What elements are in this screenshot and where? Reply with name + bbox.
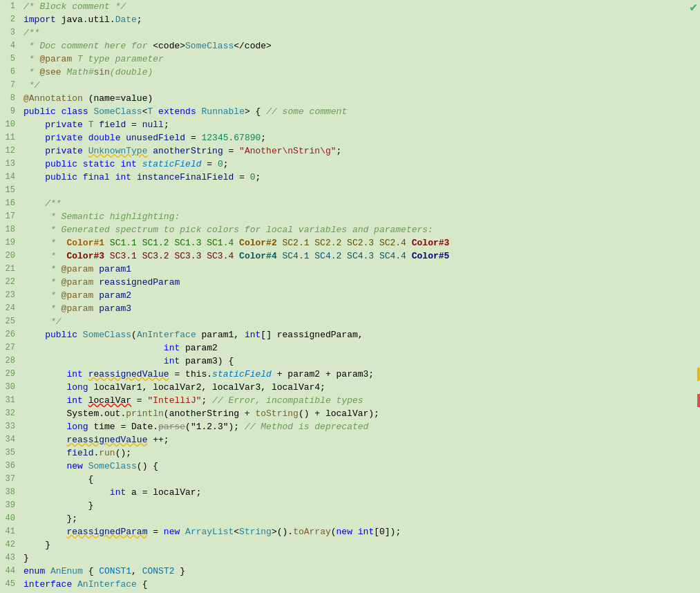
code-token: int xyxy=(164,343,180,353)
code-token: UnknownType xyxy=(88,146,148,156)
line-number: 27 xyxy=(0,341,21,355)
code-line: 1/* Block comment */ xyxy=(0,0,700,13)
line-number: 19 xyxy=(0,236,21,250)
code-token xyxy=(23,159,45,169)
code-token: extends xyxy=(158,106,196,117)
code-token: { xyxy=(137,579,148,590)
code-token: new xyxy=(164,527,180,537)
line-content: */ xyxy=(21,315,62,328)
line-number: 18 xyxy=(0,223,21,236)
code-line: 45interface AnInterface { xyxy=(0,578,700,591)
code-line: 32 System.out.println(anotherString + to… xyxy=(0,407,700,420)
code-token: (); xyxy=(115,448,131,458)
line-content: /** xyxy=(21,26,39,39)
code-token: @param xyxy=(62,264,94,274)
code-token: param3) { xyxy=(180,356,234,366)
code-token: reassignedParam xyxy=(99,277,180,288)
line-number: 7 xyxy=(0,79,21,92)
code-token: () + localVar); xyxy=(299,408,379,419)
code-token: static xyxy=(83,159,115,169)
code-line: 39 } xyxy=(0,499,700,512)
line-content: import java.util.Date; xyxy=(21,13,142,26)
line-number: 42 xyxy=(0,538,21,552)
code-token: String xyxy=(239,527,272,537)
code-line: 17 * Semantic highlighting: xyxy=(0,210,700,223)
code-token: import xyxy=(23,15,56,25)
line-number: 28 xyxy=(0,355,21,368)
code-token xyxy=(23,172,45,182)
code-token xyxy=(23,487,110,498)
code-token: private xyxy=(45,133,83,143)
code-line: 13 public static int staticField = 0; xyxy=(0,158,700,171)
code-token: = xyxy=(223,146,239,156)
code-token: unusedField xyxy=(126,133,185,143)
code-token: + param2 + param3; xyxy=(272,369,374,379)
code-token: * Generated spectrum to pick colors for … xyxy=(23,225,433,235)
code-token: staticField xyxy=(142,159,202,169)
code-token: new xyxy=(337,527,352,537)
code-token: Math# xyxy=(62,67,94,77)
code-token: , xyxy=(131,566,142,576)
line-content: * @param param3 xyxy=(21,302,131,315)
code-line: 43} xyxy=(0,552,700,565)
code-token: * xyxy=(23,67,39,77)
line-content: private UnknownType anotherString = "Ano… xyxy=(21,144,341,158)
code-line: 15 xyxy=(0,184,700,197)
code-token: ( xyxy=(131,330,137,340)
code-token: > { xyxy=(245,106,266,117)
code-token: AnEnum xyxy=(50,566,83,576)
code-token: staticField xyxy=(212,369,272,379)
code-token: <code> xyxy=(153,41,185,51)
code-token: private xyxy=(45,120,83,130)
line-content: new SomeClass() { xyxy=(21,460,158,473)
code-token: int xyxy=(120,159,136,169)
line-content: } xyxy=(21,538,50,552)
line-content: public SomeClass(AnInterface param1, int… xyxy=(21,328,363,341)
code-token: } xyxy=(23,553,29,563)
code-line: 6 * @see Math#sin(double) xyxy=(0,66,700,79)
code-token: Runnable xyxy=(202,106,245,117)
code-token: ; xyxy=(201,395,212,406)
code-token: = xyxy=(126,120,142,130)
code-token: Color#2 xyxy=(239,238,277,248)
code-token: param2 xyxy=(99,290,131,301)
code-token: CONST2 xyxy=(142,566,175,576)
code-token: () { xyxy=(137,461,158,471)
line-number: 44 xyxy=(0,565,21,578)
line-content: int param2 xyxy=(21,341,218,355)
code-token: parse xyxy=(158,422,185,432)
code-token: * Semantic highlighting: xyxy=(23,211,180,222)
line-content: * Generated spectrum to pick colors for … xyxy=(21,223,433,236)
line-number: 17 xyxy=(0,210,21,223)
code-line: 21 * @param param1 xyxy=(0,263,700,276)
code-line: 18 * Generated spectrum to pick colors f… xyxy=(0,223,700,236)
code-line: 29 int reassignedValue = this.staticFiel… xyxy=(0,368,700,381)
code-token xyxy=(110,172,115,182)
code-token: /** xyxy=(23,28,39,38)
line-content: * @see Math#sin(double) xyxy=(21,66,153,79)
code-token xyxy=(23,461,66,471)
code-token: (double) xyxy=(110,67,153,77)
code-line: 10 private T field = null; xyxy=(0,118,700,131)
code-line: 19 * Color#1 SC1.1 SC1.2 SC1.3 SC1.4 Col… xyxy=(0,236,700,250)
red-marker xyxy=(697,394,700,407)
code-token: < xyxy=(234,527,239,537)
line-content: { xyxy=(21,473,93,486)
line-number: 5 xyxy=(0,53,21,66)
code-line: 20 * Color#3 SC3.1 SC3.2 SC3.3 SC3.4 Col… xyxy=(0,250,700,263)
code-token: localVar xyxy=(88,395,131,406)
code-token: public xyxy=(23,106,56,117)
code-token: { xyxy=(83,566,99,576)
code-token: param2 xyxy=(180,343,218,353)
line-content: private double unusedField = 12345.67890… xyxy=(21,131,266,144)
code-token: >(). xyxy=(272,527,293,537)
code-token xyxy=(72,579,77,590)
code-token: 12345.67890 xyxy=(202,133,261,143)
line-number: 9 xyxy=(0,105,21,118)
code-token: field xyxy=(99,120,126,130)
code-token xyxy=(23,435,66,445)
line-content: long localVar1, localVar2, localVar3, lo… xyxy=(21,381,325,394)
line-number: 43 xyxy=(0,552,21,565)
line-number: 25 xyxy=(0,315,21,328)
code-token xyxy=(83,461,88,471)
